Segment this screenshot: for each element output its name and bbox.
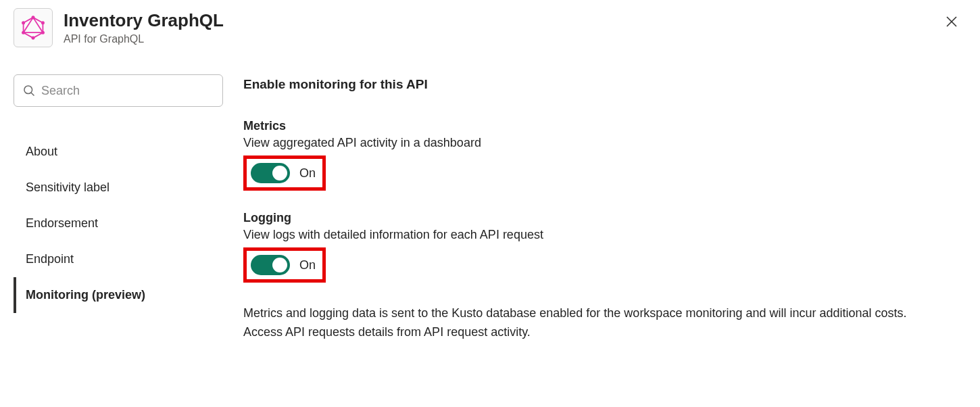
logging-toggle-label: On — [299, 258, 316, 272]
search-input[interactable] — [41, 84, 214, 98]
svg-point-4 — [41, 31, 45, 34]
header-text: Inventory GraphQL API for GraphQL — [64, 10, 224, 45]
metrics-description: View aggregated API activity in a dashbo… — [243, 136, 953, 150]
search-icon — [22, 84, 36, 97]
page-subtitle: API for GraphQL — [64, 33, 224, 45]
svg-point-7 — [22, 21, 25, 24]
main-content: Enable monitoring for this API Metrics V… — [243, 74, 953, 342]
svg-point-5 — [31, 37, 34, 40]
nav-item-label: Sensitivity label — [26, 181, 109, 194]
close-icon — [945, 15, 958, 28]
graphql-icon — [14, 8, 53, 47]
svg-point-10 — [24, 86, 32, 94]
logging-description: View logs with detailed information for … — [243, 228, 953, 242]
svg-marker-1 — [24, 18, 43, 32]
nav-item-label: Endorsement — [26, 216, 98, 230]
page-title: Inventory GraphQL — [64, 10, 224, 31]
logging-setting: Logging View logs with detailed informat… — [243, 211, 953, 283]
svg-line-11 — [31, 93, 34, 96]
logging-highlight: On — [243, 247, 326, 283]
body-layout: About Sensitivity label Endorsement Endp… — [14, 74, 966, 342]
close-button[interactable] — [942, 12, 961, 31]
svg-point-2 — [31, 16, 34, 19]
search-box[interactable] — [14, 74, 223, 107]
nav-item-about[interactable]: About — [14, 134, 223, 170]
metrics-toggle-label: On — [299, 166, 316, 181]
nav-item-label: Monitoring (preview) — [26, 288, 145, 302]
metrics-toggle[interactable] — [251, 163, 290, 183]
metrics-highlight: On — [243, 155, 326, 191]
metrics-setting: Metrics View aggregated API activity in … — [243, 119, 953, 191]
nav-item-sensitivity-label[interactable]: Sensitivity label — [14, 170, 223, 206]
metrics-title: Metrics — [243, 119, 953, 133]
nav-item-label: About — [26, 145, 57, 158]
nav-item-endorsement[interactable]: Endorsement — [14, 206, 223, 241]
svg-point-6 — [22, 31, 25, 34]
logging-toggle[interactable] — [251, 255, 290, 275]
main-heading: Enable monitoring for this API — [243, 77, 953, 92]
nav-item-monitoring[interactable]: Monitoring (preview) — [14, 277, 223, 313]
logging-title: Logging — [243, 211, 953, 225]
nav-item-endpoint[interactable]: Endpoint — [14, 241, 223, 277]
nav-item-label: Endpoint — [26, 252, 74, 266]
footnote-text: Metrics and logging data is sent to the … — [243, 304, 946, 342]
panel-header: Inventory GraphQL API for GraphQL — [14, 8, 966, 47]
nav-list: About Sensitivity label Endorsement Endp… — [14, 134, 223, 313]
sidebar: About Sensitivity label Endorsement Endp… — [14, 74, 223, 342]
settings-panel: Inventory GraphQL API for GraphQL About — [0, 0, 980, 407]
svg-point-3 — [41, 21, 45, 24]
